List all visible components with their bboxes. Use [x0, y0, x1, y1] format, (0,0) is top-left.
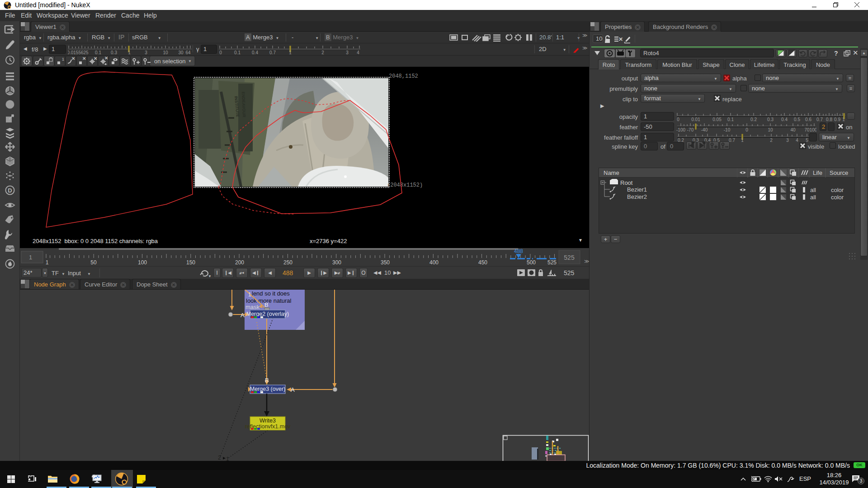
svg-text:B: B [264, 301, 269, 308]
svg-text:color: color [831, 187, 844, 193]
svg-text:color: color [831, 194, 844, 201]
svg-text:0.1: 0.1 [95, 50, 101, 55]
svg-text:all: all [810, 187, 816, 193]
svg-text:Write3: Write3 [259, 418, 276, 424]
svg-text:3: 3 [145, 50, 147, 55]
svg-text:all: all [810, 194, 816, 201]
svg-text:300: 300 [332, 259, 341, 266]
svg-text:▼: ▼ [188, 59, 192, 63]
svg-text:Merge3 (over): Merge3 (over) [250, 386, 286, 392]
svg-text:250: 250 [283, 259, 292, 266]
svg-text:0: 0 [219, 50, 222, 55]
svg-text:1: 1 [29, 254, 32, 261]
svg-text:0.8: 0.8 [826, 117, 832, 122]
svg-text:50: 50 [90, 259, 97, 266]
svg-text:Merge2 (overlay): Merge2 (overlay) [246, 311, 289, 317]
svg-text:≫: ≫ [584, 258, 589, 264]
svg-text:Bezier2: Bezier2 [627, 193, 647, 200]
svg-text:1: 1 [62, 57, 64, 61]
svg-text:350: 350 [381, 259, 390, 266]
svg-text:Root: Root [620, 179, 633, 186]
svg-text:488: 488 [514, 248, 523, 254]
svg-text:1: 1 [842, 117, 845, 122]
svg-text:0.1: 0.1 [234, 50, 241, 55]
svg-text:1: 1 [741, 138, 744, 143]
svg-text:Life: Life [813, 169, 822, 176]
svg-text:4: 4 [796, 138, 798, 143]
svg-text:1: 1 [289, 50, 292, 55]
svg-text:A: A [241, 312, 245, 319]
svg-text:1: 1 [128, 50, 131, 55]
svg-text:✕: ✕ [104, 56, 108, 61]
svg-text:525: 525 [564, 254, 575, 261]
svg-text:(2048x1152): (2048x1152) [387, 182, 423, 188]
svg-text:1: 1 [46, 259, 49, 266]
svg-text:✕: ✕ [618, 36, 623, 42]
svg-text:400: 400 [429, 259, 439, 266]
svg-text:0.3: 0.3 [111, 50, 117, 55]
svg-text:B: B [265, 377, 269, 384]
svg-text:2048,1152: 2048,1152 [389, 73, 418, 80]
svg-text:0.7: 0.7 [269, 50, 276, 55]
svg-text:0.7: 0.7 [816, 117, 823, 122]
svg-text:0.4: 0.4 [252, 50, 258, 55]
svg-text:4: 4 [357, 50, 359, 55]
svg-text:0.0155625: 0.0155625 [68, 50, 89, 55]
svg-text:0.9: 0.9 [834, 117, 840, 122]
svg-text:Source: Source [830, 169, 848, 176]
svg-text:mask: mask [245, 304, 260, 310]
svg-text:✕: ✕ [94, 56, 97, 61]
svg-text:1: 1 [248, 291, 251, 298]
svg-text:525: 525 [547, 259, 557, 266]
svg-text:200: 200 [235, 259, 244, 266]
svg-text:500: 500 [527, 259, 536, 266]
svg-text:A: A [291, 386, 295, 393]
svg-text:100: 100 [810, 127, 816, 132]
svg-text:100: 100 [138, 259, 147, 266]
svg-text:on selection: on selection [154, 58, 185, 65]
svg-text:D: D [8, 187, 12, 194]
svg-text:10: 10 [163, 50, 168, 55]
svg-text:2: 2 [321, 50, 324, 55]
svg-text:2: 2 [770, 138, 773, 143]
svg-text:✕: ✕ [82, 56, 86, 61]
svg-text:✕: ✕ [71, 56, 75, 61]
svg-text:5: 5 [806, 138, 808, 143]
svg-text:150: 150 [186, 259, 195, 266]
svg-text:64: 64 [185, 50, 191, 55]
svg-text:lend so it does: lend so it does [252, 290, 290, 297]
svg-text:30: 30 [178, 50, 184, 55]
svg-text:Bezier1: Bezier1 [627, 186, 647, 193]
svg-text:ENDEAVOUR: ENDEAVOUR [241, 92, 246, 118]
svg-text:450: 450 [478, 259, 487, 266]
svg-text:look more natural: look more natural [246, 297, 292, 304]
svg-text:▼: ▼ [208, 274, 212, 278]
svg-text:2: 2 [218, 455, 221, 461]
svg-text:3: 3 [346, 50, 349, 55]
svg-text:3: 3 [786, 138, 789, 143]
svg-text:1: 1 [226, 456, 229, 461]
svg-text:0.7: 0.7 [729, 138, 735, 143]
